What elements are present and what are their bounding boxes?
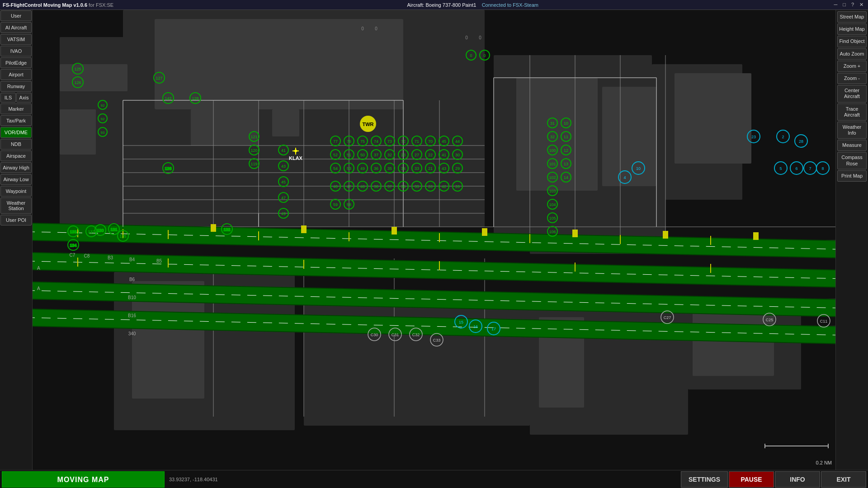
right-btn-center-aircraft[interactable]: Center Aircraft	[837, 85, 867, 102]
svg-text:B3: B3	[108, 255, 113, 260]
svg-text:126: 126	[74, 80, 81, 85]
right-btn-zoom-in[interactable]: Zoom +	[837, 61, 867, 72]
svg-text:A: A	[37, 286, 40, 291]
svg-text:17: 17	[491, 327, 496, 331]
svg-text:132: 132	[223, 227, 230, 232]
right-btn-street-map[interactable]: Street Map	[837, 11, 867, 23]
svg-text:106: 106	[549, 230, 556, 234]
svg-rect-16	[60, 64, 127, 91]
svg-text:76: 76	[347, 139, 351, 144]
sidebar-item-runway[interactable]: Runway	[0, 81, 32, 92]
svg-text:20: 20	[428, 184, 433, 189]
right-btn-print-map[interactable]: Print Map	[837, 170, 867, 182]
minimize-btn[interactable]: ─	[832, 2, 839, 8]
svg-text:53: 53	[347, 166, 351, 171]
svg-text:48: 48	[333, 184, 338, 189]
scale-text: 0.2 NM	[816, 460, 832, 465]
svg-text:B6: B6	[129, 277, 135, 282]
svg-text:11: 11	[564, 135, 568, 139]
svg-text:37: 37	[374, 153, 378, 157]
sidebar-item-ai-aircraft[interactable]: AI Aircraft	[0, 22, 32, 33]
right-btn-auto-zoom[interactable]: Auto Zoom	[837, 48, 867, 60]
sidebar-item-waypoint[interactable]: Waypoint	[0, 186, 32, 197]
maximize-btn[interactable]: □	[841, 2, 848, 8]
svg-text:10: 10	[564, 121, 568, 126]
sidebar-item-taxipark[interactable]: Tax/Park	[0, 115, 32, 126]
app-name: FS-FlightControl Moving Map v1.0.6	[3, 2, 87, 8]
help-btn[interactable]: ?	[849, 2, 856, 8]
svg-text:16: 16	[473, 324, 478, 329]
svg-text:46: 46	[360, 184, 365, 189]
sidebar-item-ndb[interactable]: NDB	[0, 139, 32, 150]
svg-text:43: 43	[442, 166, 446, 171]
svg-text:120: 120	[250, 148, 257, 153]
sidebar-item-weather-station[interactable]: Weather Station	[0, 197, 32, 214]
svg-text:23: 23	[751, 135, 756, 139]
settings-button[interactable]: SETTINGS	[681, 471, 728, 488]
pause-button[interactable]: PAUSE	[729, 471, 774, 488]
sidebar-item-vatsim[interactable]: VATSIM	[0, 34, 32, 45]
sidebar-item-airway-high[interactable]: Airway High	[0, 162, 32, 173]
sidebar-item-ivao[interactable]: IVAO	[0, 46, 32, 56]
svg-text:0: 0	[465, 35, 468, 40]
svg-text:44: 44	[455, 139, 460, 144]
svg-text:59: 59	[333, 202, 338, 207]
svg-text:32: 32	[550, 135, 555, 139]
right-btn-height-map[interactable]: Height Map	[837, 23, 867, 35]
info-button[interactable]: INFO	[775, 471, 820, 488]
map-area[interactable]: 77 76 75 74 73 72 71 70 45 44 52 51	[33, 10, 835, 470]
coordinates-display: 33.93237, -118.40431	[165, 477, 681, 482]
svg-text:45: 45	[281, 180, 286, 184]
sidebar-item-axis[interactable]: Axis	[16, 93, 32, 103]
svg-text:100: 100	[549, 148, 556, 153]
svg-text:74: 74	[374, 139, 378, 144]
svg-rect-85	[754, 233, 758, 239]
svg-text:C30: C30	[371, 333, 378, 337]
close-btn[interactable]: ✕	[858, 2, 865, 8]
sidebar-item-user-poi[interactable]: User POI	[0, 215, 32, 225]
bottom-bar: MOVING MAP 33.93237, -118.40431 SETTINGS…	[0, 470, 868, 488]
sidebar-item-user[interactable]: User	[0, 10, 32, 21]
svg-text:41: 41	[281, 148, 286, 153]
svg-text:22: 22	[428, 153, 433, 157]
svg-text:C25: C25	[766, 318, 774, 322]
svg-text:21: 21	[428, 166, 433, 171]
svg-rect-11	[191, 109, 259, 145]
right-btn-compass-rose[interactable]: Compass Rose	[837, 152, 867, 169]
right-btn-measure[interactable]: Measure	[837, 140, 867, 151]
svg-rect-81	[392, 227, 396, 234]
right-btn-trace-aircraft[interactable]: Trace Aircraft	[837, 103, 867, 121]
svg-text:29: 29	[455, 166, 460, 171]
sidebar-item-pilotedge[interactable]: PilotEdge	[0, 57, 32, 68]
svg-text:52: 52	[333, 153, 338, 157]
svg-text:C8: C8	[84, 253, 90, 258]
svg-text:KLAX: KLAX	[289, 155, 303, 161]
svg-text:49: 49	[360, 166, 365, 171]
right-btn-find-object[interactable]: Find Object	[837, 36, 867, 47]
moving-map-button[interactable]: MOVING MAP	[2, 471, 165, 488]
sidebar-item-airport[interactable]: Airport	[0, 69, 32, 80]
svg-text:102: 102	[549, 175, 556, 180]
connection-status: Connected to FSX-Steam	[482, 2, 538, 8]
svg-text:6: 6	[795, 166, 797, 171]
svg-rect-10	[155, 19, 403, 109]
sidebar-item-vordme[interactable]: VOR/DME	[0, 127, 32, 138]
svg-text:55: 55	[415, 184, 419, 189]
sidebar-item-ils[interactable]: ILS	[0, 93, 16, 103]
right-btn-zoom-out[interactable]: Zoom -	[837, 73, 867, 84]
right-sidebar: Street Map Height Map Find Object Auto Z…	[835, 10, 868, 470]
sidebar-item-airway-low[interactable]: Airway Low	[0, 174, 32, 185]
svg-rect-79	[211, 225, 216, 231]
svg-text:30: 30	[455, 153, 460, 157]
svg-text:128: 128	[192, 96, 198, 101]
svg-text:31: 31	[550, 121, 555, 126]
left-sidebar: User AI Aircraft VATSIM IVAO PilotEdge A…	[0, 10, 33, 470]
svg-text:42: 42	[442, 184, 446, 189]
exit-button[interactable]: EXIT	[821, 471, 866, 488]
right-btn-weather-info[interactable]: Weather Info	[837, 122, 867, 139]
svg-text:41: 41	[442, 153, 446, 157]
svg-text:0: 0	[470, 53, 472, 58]
window-controls[interactable]: ─ □ ? ✕	[832, 2, 865, 8]
sidebar-item-airspace[interactable]: Airspace	[0, 150, 32, 161]
sidebar-item-marker[interactable]: Marker	[0, 103, 32, 114]
